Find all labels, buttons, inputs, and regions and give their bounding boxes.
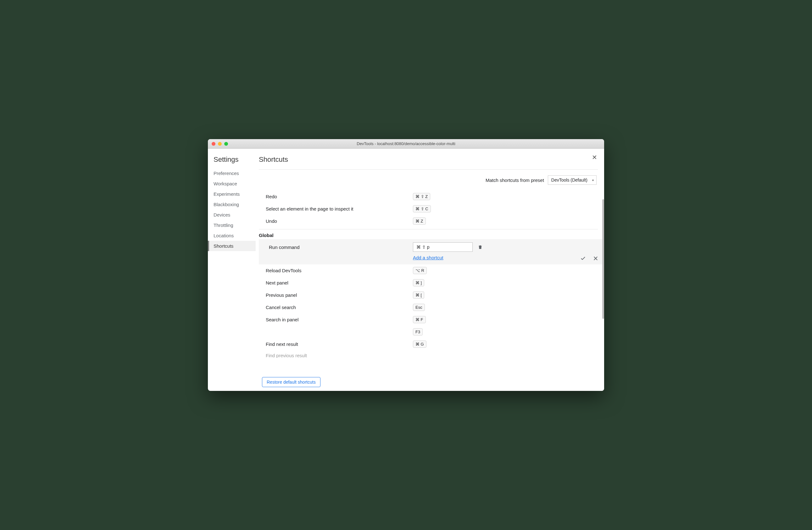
window-title: DevTools - localhost:8080/demo/accessibl… — [357, 141, 455, 146]
key-badge: ⌘ F — [413, 316, 426, 323]
sidebar-item-workspace[interactable]: Workspace — [208, 179, 256, 189]
sidebar-item-preferences[interactable]: Preferences — [208, 168, 256, 179]
sidebar-item-experiments[interactable]: Experiments — [208, 189, 256, 199]
shortcut-label: Cancel search — [259, 305, 413, 310]
close-panel-button[interactable]: ✕ — [592, 154, 597, 161]
restore-bar: Restore default shortcuts — [262, 374, 604, 391]
shortcut-row-undo[interactable]: Undo ⌘ Z — [259, 215, 604, 227]
edit-actions — [580, 255, 598, 261]
shortcut-row-next-panel[interactable]: Next panel ⌘ ] — [259, 277, 604, 289]
shortcut-keys: ⌘ G — [413, 340, 604, 348]
key-badge: F3 — [413, 328, 423, 335]
devtools-window: DevTools - localhost:8080/demo/accessibl… — [208, 139, 604, 391]
maximize-window-button[interactable] — [224, 142, 228, 146]
shortcut-keys: ⌘ ⇧ C — [413, 205, 604, 212]
close-window-button[interactable] — [212, 142, 215, 146]
shortcut-keys: ⌥ R — [413, 267, 604, 274]
shortcut-row-cancel-search[interactable]: Cancel search Esc — [259, 301, 604, 313]
key-badge: ⌘ ⇧ C — [413, 205, 431, 212]
scrollbar-thumb[interactable] — [602, 199, 604, 319]
preset-row: Match shortcuts from preset DevTools (De… — [256, 170, 604, 191]
preset-select[interactable]: DevTools (Default) — [548, 175, 597, 185]
shortcut-label: Search in panel — [259, 317, 413, 322]
shortcut-row-run-command-editing: Run command Add a shortcut — [259, 239, 602, 264]
section-header-global: Global — [259, 229, 598, 239]
shortcut-label: Previous panel — [259, 292, 413, 298]
shortcut-label: Find next result — [259, 341, 413, 347]
sidebar-title: Settings — [208, 154, 256, 168]
trash-icon — [478, 244, 483, 250]
preset-label: Match shortcuts from preset — [485, 178, 544, 183]
check-icon — [580, 255, 586, 261]
key-badge: ⌘ Z — [413, 218, 426, 225]
shortcut-label: Undo — [259, 219, 413, 224]
confirm-edit-button[interactable] — [580, 255, 586, 261]
shortcut-keys: ⌘ Z — [413, 218, 604, 225]
key-badge: ⌘ ⇧ Z — [413, 193, 430, 200]
sidebar-item-blackboxing[interactable]: Blackboxing — [208, 199, 256, 210]
key-badge: ⌥ R — [413, 267, 427, 274]
shortcuts-list: Redo ⌘ ⇧ Z Select an element in the page… — [259, 191, 604, 391]
key-badge: ⌘ G — [413, 340, 426, 348]
preset-select-value: DevTools (Default) — [551, 178, 588, 183]
shortcut-row-search-in-panel[interactable]: Search in panel ⌘ F — [259, 313, 604, 326]
shortcut-label: Find previous result — [259, 353, 413, 358]
titlebar: DevTools - localhost:8080/demo/accessibl… — [208, 139, 604, 149]
cancel-edit-button[interactable] — [593, 255, 598, 261]
shortcut-row-select-element[interactable]: Select an element in the page to inspect… — [259, 203, 604, 215]
minimize-window-button[interactable] — [218, 142, 222, 146]
shortcut-keys: ⌘ F — [413, 316, 604, 323]
shortcut-keys: ⌘ [ — [413, 291, 604, 299]
shortcut-row-search-in-panel-alt[interactable]: F3 — [259, 326, 604, 338]
key-badge: ⌘ ] — [413, 279, 424, 287]
shortcut-row-reload-devtools[interactable]: Reload DevTools ⌥ R — [259, 264, 604, 277]
restore-defaults-button[interactable]: Restore default shortcuts — [262, 377, 320, 387]
key-badge: Esc — [413, 304, 425, 311]
content-area: ✕ Settings Preferences Workspace Experim… — [208, 149, 604, 391]
shortcut-row-find-previous[interactable]: Find previous result — [259, 350, 604, 358]
shortcut-row-find-next[interactable]: Find next result ⌘ G — [259, 338, 604, 350]
shortcut-keys: F3 — [413, 328, 604, 335]
shortcut-label: Next panel — [259, 280, 413, 285]
shortcut-keys: ⌘ ⇧ Z — [413, 193, 604, 200]
shortcut-input[interactable] — [413, 242, 473, 252]
shortcut-keys: Esc — [413, 304, 604, 311]
shortcut-row-redo[interactable]: Redo ⌘ ⇧ Z — [259, 191, 604, 203]
settings-sidebar: Settings Preferences Workspace Experimen… — [208, 149, 256, 391]
shortcut-label: Run command — [259, 245, 413, 250]
traffic-lights — [212, 142, 228, 146]
key-badge: ⌘ [ — [413, 291, 424, 299]
sidebar-item-shortcuts[interactable]: Shortcuts — [208, 241, 256, 251]
page-title: Shortcuts — [256, 154, 604, 169]
add-shortcut-link[interactable]: Add a shortcut — [413, 255, 444, 260]
x-icon — [593, 255, 598, 261]
shortcut-row-previous-panel[interactable]: Previous panel ⌘ [ — [259, 289, 604, 301]
shortcut-label: Select an element in the page to inspect… — [259, 206, 413, 211]
sidebar-item-locations[interactable]: Locations — [208, 231, 256, 241]
shortcut-label: Redo — [259, 194, 413, 199]
shortcut-keys: ⌘ ] — [413, 279, 604, 287]
sidebar-item-devices[interactable]: Devices — [208, 210, 256, 220]
delete-shortcut-button[interactable] — [478, 244, 483, 250]
shortcut-label: Reload DevTools — [259, 268, 413, 273]
sidebar-item-throttling[interactable]: Throttling — [208, 220, 256, 231]
main-panel: Shortcuts Match shortcuts from preset De… — [256, 149, 604, 391]
